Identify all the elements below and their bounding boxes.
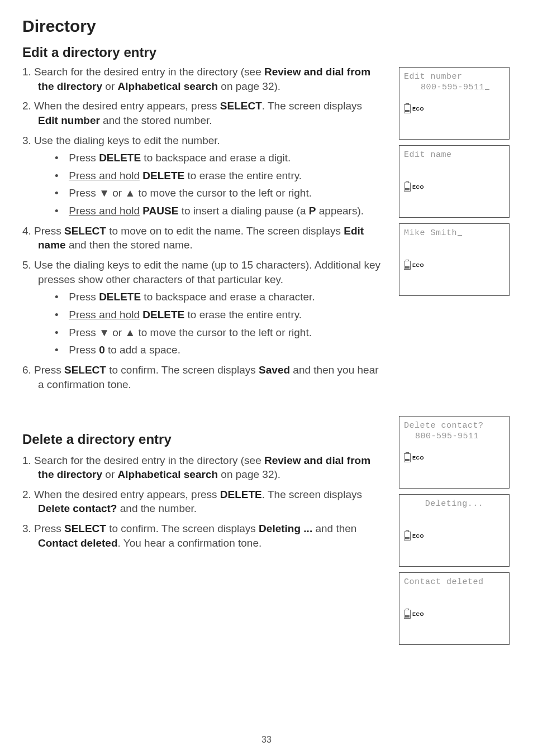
text: 3. Press	[22, 523, 64, 534]
key-delete: DELETE	[220, 489, 262, 500]
text: to add a space.	[105, 344, 180, 356]
eco-label: ECO	[412, 262, 424, 268]
text: 3. Use the dialing keys to edit the numb…	[22, 135, 220, 146]
text: to confirm. The screen displays	[106, 523, 259, 534]
lcd-line: Edit number	[404, 72, 505, 82]
key-delete: DELETE	[99, 152, 141, 164]
text: or	[102, 468, 117, 480]
text: 1. Search for the desired entry in the d…	[22, 66, 264, 78]
delete-step-2: 2. When the desired entry appears, press…	[22, 487, 382, 516]
up-arrow-icon: ▲	[125, 187, 135, 199]
key-zero: 0	[99, 344, 105, 356]
eco-label: ECO	[412, 611, 424, 617]
text: and the number.	[117, 503, 197, 514]
text: or	[110, 327, 125, 338]
text: to move on to edit the name. The screen …	[106, 225, 344, 237]
key-delete: DELETE	[99, 291, 141, 303]
text: to backspace and erase a digit.	[141, 152, 291, 164]
lcd-line: 800-595-9511	[404, 432, 505, 441]
text: . The screen displays	[262, 100, 362, 112]
text: . You hear a confirmation tone.	[118, 537, 262, 549]
delete-step-3: 3. Press SELECT to confirm. The screen d…	[22, 521, 382, 550]
cursor-icon	[485, 89, 489, 90]
up-arrow-icon: ▲	[125, 327, 135, 338]
text: Press	[69, 152, 99, 164]
text: on page 32).	[218, 468, 280, 480]
text: to insert a dialing pause (a	[178, 205, 308, 217]
eco-label: ECO	[412, 106, 424, 112]
key-select: SELECT	[220, 100, 262, 112]
edit-step-3-bullet-3: Press ▼ or ▲ to move the cursor to the l…	[55, 186, 382, 200]
lcd-line: Contact deleted	[404, 577, 505, 587]
text: to confirm. The screen displays	[106, 364, 259, 376]
lcd-line: Mike Smith	[404, 228, 505, 238]
lcd-line: 800-595-9511	[404, 83, 505, 92]
edit-step-1: 1. Search for the desired entry in the d…	[22, 65, 382, 93]
screen-contact-deleted: Contact deleted	[38, 537, 118, 549]
battery-icon	[404, 532, 411, 540]
edit-step-6: 6. Press SELECT to confirm. The screen d…	[22, 363, 382, 391]
edit-step-3-bullet-4: Press and hold PAUSE to insert a dialing…	[55, 204, 382, 218]
delete-lcd-column: Delete contact? 800-595-9511 ECO Deletin…	[399, 414, 511, 645]
text: Press	[69, 291, 99, 303]
screen-edit-number: Edit number	[38, 114, 100, 126]
screen-saved: Saved	[259, 364, 290, 376]
lcd-delete-contact: Delete contact? 800-595-9511 ECO	[399, 416, 510, 489]
text: . The screen displays	[262, 489, 362, 500]
edit-step-5-bullet-2: Press and hold DELETE to erase the entir…	[55, 308, 382, 322]
text: on page 32).	[218, 80, 280, 92]
edit-step-3: 3. Use the dialing keys to edit the numb…	[22, 133, 382, 218]
delete-steps: Delete a directory entry 1. Search for t…	[22, 414, 382, 556]
lcd-name: Mike Smith	[404, 228, 457, 238]
lcd-deleting: Deleting... ECO	[399, 494, 510, 567]
edit-step-4: 4. Press SELECT to move on to edit the n…	[22, 224, 382, 252]
letter-p: P	[309, 205, 316, 217]
lcd-edit-name: Edit name ECO	[399, 145, 510, 218]
delete-entry-heading: Delete a directory entry	[22, 430, 382, 448]
text: or	[102, 80, 117, 92]
text: Press	[69, 327, 99, 338]
edit-step-3-bullet-2: Press and hold DELETE to erase the entir…	[55, 169, 382, 183]
text: 1. Search for the desired entry in the d…	[22, 454, 264, 466]
edit-step-5: 5. Use the dialing keys to edit the name…	[22, 258, 382, 357]
text: to erase the entire entry.	[184, 309, 302, 320]
edit-lcd-column: Edit number 800-595-9511 ECO Edit name E…	[399, 65, 511, 296]
text: and then	[312, 523, 356, 534]
ref-alpha: Alphabetical search	[118, 468, 218, 480]
press-hold: Press and hold	[69, 205, 140, 217]
screen-deleting: Deleting ...	[259, 523, 312, 534]
edit-step-2: 2. When the desired entry appears, press…	[22, 99, 382, 127]
page-number: 33	[0, 735, 533, 745]
edit-step-3-bullet-1: Press DELETE to backspace and erase a di…	[55, 151, 382, 165]
press-hold: Press and hold	[69, 170, 140, 181]
eco-label: ECO	[412, 533, 424, 539]
eco-label: ECO	[412, 455, 424, 461]
text: appears).	[316, 205, 364, 217]
press-hold: Press and hold	[69, 309, 140, 320]
battery-icon	[404, 104, 411, 113]
battery-icon	[404, 183, 411, 192]
down-arrow-icon: ▼	[99, 327, 110, 338]
text: 2. When the desired entry appears, press	[22, 100, 220, 112]
battery-icon	[404, 261, 411, 270]
cursor-icon	[458, 235, 462, 236]
battery-icon	[404, 610, 411, 619]
key-select: SELECT	[64, 225, 106, 237]
key-select: SELECT	[64, 523, 106, 534]
lcd-line: Edit name	[404, 150, 505, 160]
edit-step-5-bullet-3: Press ▼ or ▲ to move the cursor to the l…	[55, 326, 382, 340]
key-select: SELECT	[64, 364, 106, 376]
text: 6. Press	[22, 364, 64, 376]
key-delete: DELETE	[142, 309, 184, 320]
key-pause: PAUSE	[142, 205, 178, 217]
delete-step-1: 1. Search for the desired entry in the d…	[22, 453, 382, 482]
lcd-number: 800-595-9511	[421, 83, 484, 92]
lcd-edit-number: Edit number 800-595-9511 ECO	[399, 67, 510, 140]
text: Press	[69, 187, 99, 199]
lcd-mike-smith: Mike Smith ECO	[399, 223, 510, 296]
lcd-line: Deleting...	[404, 499, 505, 509]
battery-icon	[404, 453, 411, 462]
text: to move the cursor to the left or right.	[135, 187, 312, 199]
edit-steps: 1. Search for the desired entry in the d…	[22, 65, 382, 397]
page-title: Directory	[22, 17, 511, 36]
